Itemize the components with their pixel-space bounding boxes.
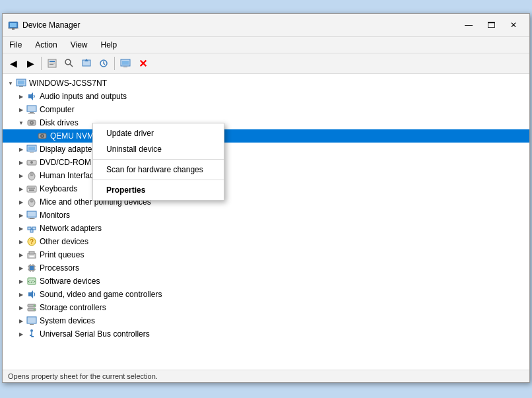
root-icon [16,78,26,88]
tree-item-keyboard[interactable]: ▶ Keyboards [3,182,529,195]
tree-item-disk-drives[interactable]: ▼ Disk drives [3,116,529,129]
svg-point-8 [65,59,71,65]
tree-item-mice[interactable]: ▶ Mice and other pointing devices [3,195,529,209]
svg-text:</>: </> [28,279,36,284]
title-bar-buttons: — 🗖 ✕ [458,18,524,32]
root-label: WINDOWS-JCSS7NT [29,79,107,88]
computer-icon [26,104,37,115]
toolbar-separator-2 [114,57,115,70]
expand-audio-icon: ▶ [16,91,26,102]
back-button[interactable]: ◀ [5,55,21,71]
tree-item-processors[interactable]: ▶ Processors [3,261,529,275]
software-label: Software devices [40,277,100,286]
expand-processors-icon: ▶ [16,263,26,273]
expand-qemu-icon [26,131,37,141]
tree-item-qemu[interactable]: QEMU NVMe Ctrl [3,129,529,143]
toolbar-separator-1 [41,57,42,70]
disk-icon [26,117,37,128]
tree-item-sound[interactable]: ▶ Sound, video and game controllers [3,288,529,301]
svg-point-25 [31,122,32,123]
tree-item-print[interactable]: ▶ Print queues [3,248,529,261]
display-icon [26,144,37,154]
close-button[interactable]: ✕ [503,18,524,32]
svg-rect-39 [30,187,32,189]
svg-rect-80 [30,335,32,336]
expand-root-icon: ▼ [5,78,16,88]
tree-item-other[interactable]: ▶ ? Other devices [3,235,529,248]
search-button[interactable] [61,55,77,71]
ctx-separator-1 [93,159,224,160]
ctx-update-driver[interactable]: Update driver [93,125,224,141]
qemu-icon [37,131,48,141]
svg-rect-46 [27,211,36,217]
remove-button[interactable]: ✕ [135,55,150,71]
other-label: Other devices [40,237,88,246]
svg-line-9 [70,64,73,67]
expand-computer-icon: ▶ [16,104,26,115]
svg-rect-2 [8,28,18,28]
svg-rect-38 [28,187,30,189]
svg-rect-37 [27,186,36,192]
expand-other-icon: ▶ [16,236,26,247]
properties-button[interactable] [44,55,60,71]
minimize-button[interactable]: — [458,18,479,32]
ctx-scan[interactable]: Scan for hardware changes [93,162,224,178]
menu-help[interactable]: Help [94,38,124,51]
tree-item-hid[interactable]: ▶ Human Interface Devices [3,169,529,182]
other-icon: ? [26,236,37,247]
monitors-icon [26,210,37,220]
system-icon [26,315,37,326]
title-bar: Device Manager — 🗖 ✕ [3,14,529,37]
scan-button[interactable] [96,55,112,71]
svg-rect-42 [29,189,34,191]
svg-point-74 [34,305,36,307]
audio-label: Audio inputs and outputs [40,92,127,101]
maximize-button[interactable]: 🗖 [481,18,502,32]
svg-rect-47 [30,218,34,218]
tree-item-system[interactable]: ▶ System devices [3,314,529,327]
disk-drives-label: Disk drives [40,118,79,127]
tree-item-monitors[interactable]: ▶ Monitors [3,209,529,222]
svg-marker-71 [28,290,33,298]
hid-icon [26,170,37,181]
expand-network-icon: ▶ [16,223,26,234]
tree-item-dvd[interactable]: ▶ DVD/CD-ROM drives [3,156,529,169]
svg-rect-6 [50,63,55,63]
tree-root[interactable]: ▼ WINDOWS-JCSS7NT [3,77,529,90]
tree-item-display[interactable]: ▶ Display adapters [3,143,529,156]
expand-print-icon: ▶ [16,249,26,260]
tree-item-network[interactable]: ▶ Network adapters [3,222,529,235]
svg-rect-7 [50,64,53,65]
svg-rect-81 [32,336,34,337]
menu-action[interactable]: Action [28,38,63,51]
menu-view[interactable]: View [64,38,94,51]
ctx-uninstall[interactable]: Uninstall device [93,141,224,157]
tree-view[interactable]: ▼ WINDOWS-JCSS7NT ▶ Audio inputs and out… [3,74,529,370]
forward-button[interactable]: ▶ [22,55,38,71]
svg-rect-5 [50,61,55,62]
svg-rect-57 [29,251,34,254]
toolbar: ◀ ▶ [3,53,529,74]
ctx-separator-2 [93,180,224,180]
expand-storage-icon: ▶ [16,302,26,313]
svg-rect-31 [30,152,34,152]
keyboard-icon [26,183,37,194]
svg-rect-21 [30,112,34,113]
tree-item-storage[interactable]: ▶ Storage controllers [3,301,529,314]
status-text: Opens property sheet for the current sel… [8,372,158,380]
svg-rect-1 [10,23,17,27]
expand-dvd-icon: ▶ [16,157,26,168]
tree-item-computer[interactable]: ▶ Computer [3,103,529,116]
expand-hid-icon: ▶ [16,170,26,181]
tree-item-software[interactable]: ▶ </> Software devices [3,275,529,288]
device-manager-icon-button[interactable] [117,55,133,71]
update-driver-button[interactable] [79,55,94,71]
ctx-properties[interactable]: Properties [93,182,224,198]
tree-item-audio[interactable]: ▶ Audio inputs and outputs [3,90,529,103]
svg-rect-48 [28,218,35,219]
svg-rect-40 [32,187,34,189]
menu-file[interactable]: File [3,38,28,51]
svg-marker-19 [28,92,33,100]
svg-rect-60 [30,266,34,270]
tree-item-usb[interactable]: ▶ Universal Serial Bus controllers [3,327,529,341]
